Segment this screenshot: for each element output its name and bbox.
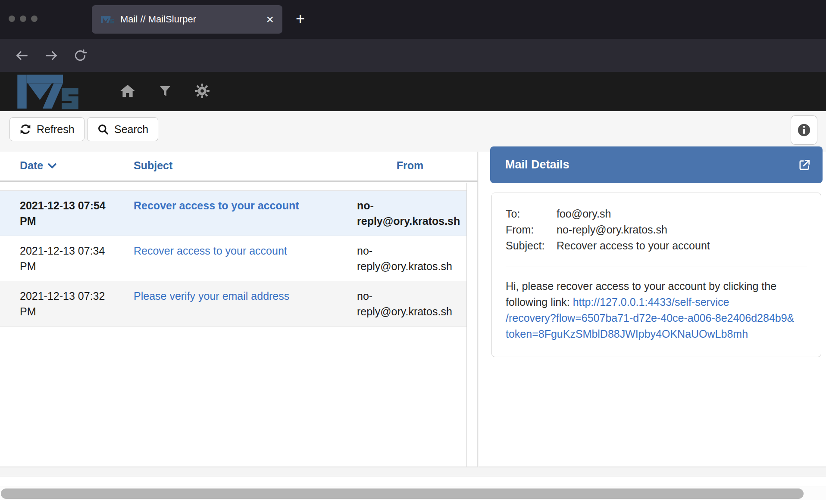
mail-subject-link[interactable]: Please verify your email address bbox=[121, 288, 354, 319]
tab-close-icon[interactable]: × bbox=[266, 13, 274, 26]
mailslurper-logo[interactable] bbox=[16, 73, 80, 110]
mail-from: no-reply@ory.kratos.sh bbox=[354, 198, 466, 229]
refresh-button[interactable]: Refresh bbox=[9, 117, 84, 141]
column-header-subject[interactable]: Subject bbox=[121, 159, 354, 172]
mail-from: no-reply@ory.kratos.sh bbox=[354, 288, 466, 319]
info-button[interactable] bbox=[791, 115, 817, 145]
new-tab-button[interactable]: + bbox=[296, 9, 305, 28]
mail-list-row[interactable]: 2021-12-13 07:34 PM Recover access to yo… bbox=[0, 236, 466, 281]
mail-list-rows: 2021-12-13 07:54 PM Recover access to yo… bbox=[0, 190, 466, 327]
mail-subject-link[interactable]: Recover access to your account bbox=[121, 243, 354, 274]
mail-date: 2021-12-13 07:34 PM bbox=[0, 243, 121, 274]
mailslurper-navbar bbox=[0, 72, 826, 111]
detail-field: To: foo@ory.sh bbox=[506, 206, 807, 222]
bottom-spacer bbox=[0, 467, 826, 476]
open-external-icon[interactable] bbox=[798, 158, 811, 172]
action-toolbar: Refresh Search bbox=[0, 111, 826, 152]
forward-icon[interactable] bbox=[44, 48, 59, 63]
info-icon bbox=[797, 123, 811, 137]
mail-list-header: Date Subject From bbox=[0, 152, 478, 182]
mail-list-row[interactable]: 2021-12-13 07:54 PM Recover access to yo… bbox=[0, 190, 466, 236]
settings-icon[interactable] bbox=[194, 83, 210, 99]
detail-field-label: To: bbox=[506, 206, 557, 222]
filter-icon[interactable] bbox=[158, 83, 172, 99]
back-icon[interactable] bbox=[15, 48, 29, 63]
detail-field: From: no-reply@ory.kratos.sh bbox=[506, 222, 807, 238]
list-scroll-gutter bbox=[466, 183, 467, 467]
detail-field-label: Subject: bbox=[506, 238, 557, 254]
mail-body: Hi, please recover access to your accoun… bbox=[506, 278, 807, 342]
detail-field-value: Recover access to your account bbox=[557, 238, 710, 254]
search-label: Search bbox=[114, 123, 148, 136]
browser-navbar: 127.0.0.1:4436/# 90% bbox=[0, 39, 826, 72]
refresh-label: Refresh bbox=[37, 123, 75, 136]
column-header-from[interactable]: From bbox=[354, 159, 466, 172]
detail-field-value: no-reply@ory.kratos.sh bbox=[557, 222, 667, 238]
horizontal-scrollbar-track[interactable] bbox=[0, 486, 826, 500]
mail-list-row[interactable]: 2021-12-13 07:32 PM Please verify your e… bbox=[0, 281, 466, 327]
sort-chevron-down-icon bbox=[47, 162, 57, 169]
mail-date: 2021-12-13 07:32 PM bbox=[0, 288, 121, 319]
search-icon bbox=[97, 123, 109, 135]
reload-icon[interactable] bbox=[73, 49, 87, 62]
mail-details-title: Mail Details bbox=[505, 158, 798, 171]
mail-details-card: To: foo@ory.sh From: no-reply@ory.kratos… bbox=[491, 193, 821, 357]
search-button[interactable]: Search bbox=[87, 117, 158, 141]
browser-tab-bar: Mail // MailSlurper × + bbox=[0, 0, 826, 39]
mailslurper-favicon-icon bbox=[100, 16, 114, 24]
home-icon[interactable] bbox=[119, 82, 136, 100]
mail-details-header: Mail Details bbox=[490, 146, 823, 183]
window-controls[interactable] bbox=[9, 16, 38, 22]
detail-field-value: foo@ory.sh bbox=[557, 206, 611, 222]
column-header-date[interactable]: Date bbox=[0, 159, 121, 172]
mail-details-panel: Mail Details To: foo@ory.sh From: no-rep… bbox=[479, 152, 826, 467]
tab-title: Mail // MailSlurper bbox=[120, 14, 262, 25]
detail-field: Subject: Recover access to your account bbox=[506, 238, 807, 254]
detail-field-label: From: bbox=[506, 222, 557, 238]
mail-from: no-reply@ory.kratos.sh bbox=[354, 243, 466, 274]
browser-tab[interactable]: Mail // MailSlurper × bbox=[92, 5, 282, 34]
details-divider bbox=[506, 267, 807, 267]
horizontal-scrollbar-thumb[interactable] bbox=[1, 488, 804, 499]
mail-date: 2021-12-13 07:54 PM bbox=[0, 198, 121, 229]
refresh-icon bbox=[19, 123, 31, 135]
mail-list-panel: Date Subject From 2021-12-13 07:54 PM Re… bbox=[0, 152, 478, 467]
mailslurper-window: Mail // MailSlurper × + 127.0.0.1:4436/#… bbox=[0, 0, 826, 504]
mail-subject-link[interactable]: Recover access to your account bbox=[121, 198, 354, 229]
mail-header-fields: To: foo@ory.sh From: no-reply@ory.kratos… bbox=[506, 206, 807, 254]
